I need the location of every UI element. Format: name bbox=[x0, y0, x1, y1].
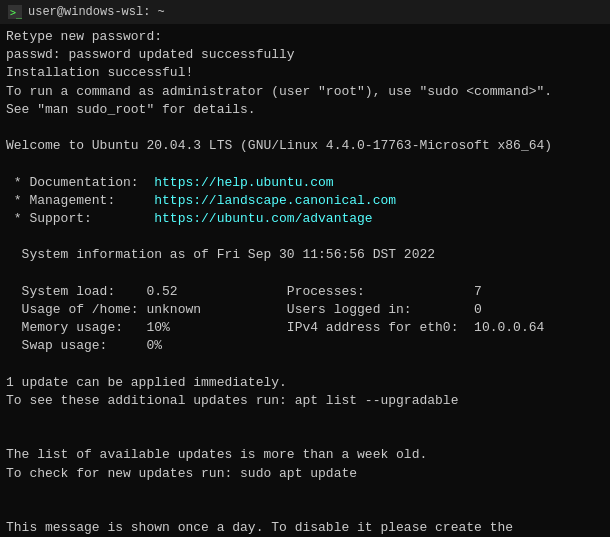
terminal-line: The list of available updates is more th… bbox=[6, 446, 604, 464]
terminal-line: System load: 0.52 Processes: 7 bbox=[6, 283, 604, 301]
terminal-empty-line bbox=[6, 355, 604, 373]
terminal-line: Retype new password: bbox=[6, 28, 604, 46]
terminal-line: * Management: https://landscape.canonica… bbox=[6, 192, 604, 210]
terminal-empty-line bbox=[6, 119, 604, 137]
title-bar-text: user@windows-wsl: ~ bbox=[28, 5, 165, 19]
terminal-line: Memory usage: 10% IPv4 address for eth0:… bbox=[6, 319, 604, 337]
terminal-line: Swap usage: 0% bbox=[6, 337, 604, 355]
terminal-icon: >_ bbox=[8, 5, 22, 19]
terminal-line: Usage of /home: unknown Users logged in:… bbox=[6, 301, 604, 319]
terminal-empty-line bbox=[6, 228, 604, 246]
terminal-window: >_ user@windows-wsl: ~ Retype new passwo… bbox=[0, 0, 610, 537]
terminal-empty-line bbox=[6, 155, 604, 173]
terminal-line: * Documentation: https://help.ubuntu.com bbox=[6, 174, 604, 192]
terminal-line: passwd: password updated successfully bbox=[6, 46, 604, 64]
title-bar: >_ user@windows-wsl: ~ bbox=[0, 0, 610, 24]
terminal-empty-line bbox=[6, 483, 604, 501]
terminal-line: 1 update can be applied immediately. bbox=[6, 374, 604, 392]
terminal-line: System information as of Fri Sep 30 11:5… bbox=[6, 246, 604, 264]
terminal-line: To see these additional updates run: apt… bbox=[6, 392, 604, 410]
terminal-line: See "man sudo_root" for details. bbox=[6, 101, 604, 119]
terminal-line: To check for new updates run: sudo apt u… bbox=[6, 465, 604, 483]
terminal-empty-line bbox=[6, 264, 604, 282]
url-text: https://ubuntu.com/advantage bbox=[154, 211, 372, 226]
terminal-line: This message is shown once a day. To dis… bbox=[6, 519, 604, 537]
terminal-empty-line bbox=[6, 428, 604, 446]
terminal-line: To run a command as administrator (user … bbox=[6, 83, 604, 101]
svg-text:>_: >_ bbox=[10, 7, 22, 19]
terminal-empty-line bbox=[6, 410, 604, 428]
terminal-line: * Support: https://ubuntu.com/advantage bbox=[6, 210, 604, 228]
url-text: https://landscape.canonical.com bbox=[154, 193, 396, 208]
terminal-empty-line bbox=[6, 501, 604, 519]
terminal-body[interactable]: Retype new password: passwd: password up… bbox=[0, 24, 610, 537]
terminal-line: Installation successful! bbox=[6, 64, 604, 82]
terminal-line: Welcome to Ubuntu 20.04.3 LTS (GNU/Linux… bbox=[6, 137, 604, 155]
url-text: https://help.ubuntu.com bbox=[154, 175, 333, 190]
